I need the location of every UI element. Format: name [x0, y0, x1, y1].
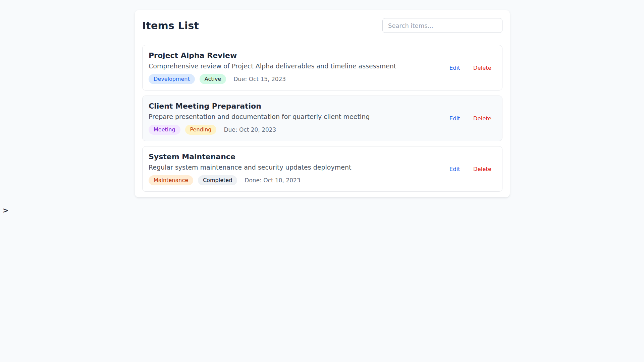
- category-badge: Maintenance: [149, 175, 193, 185]
- delete-button[interactable]: Delete: [473, 115, 491, 122]
- category-badge: Meeting: [149, 125, 180, 135]
- item-card-system-maintenance: System Maintenance Regular system mainte…: [142, 146, 502, 192]
- item-date: Due: Oct 15, 2023: [233, 76, 286, 82]
- edit-button[interactable]: Edit: [449, 166, 460, 172]
- status-badge: Pending: [185, 125, 217, 135]
- item-content: Project Alpha Review Comprehensive revie…: [149, 51, 396, 84]
- item-actions: Edit Delete: [449, 166, 491, 172]
- item-date: Due: Oct 20, 2023: [224, 126, 276, 133]
- edit-button[interactable]: Edit: [449, 65, 460, 71]
- item-description: Prepare presentation and documentation f…: [149, 113, 370, 120]
- item-content: Client Meeting Preparation Prepare prese…: [149, 102, 370, 135]
- item-date: Done: Oct 10, 2023: [245, 177, 300, 184]
- search-input[interactable]: [382, 18, 502, 33]
- item-meta-row: Development Active Due: Oct 15, 2023: [149, 74, 396, 84]
- edit-button[interactable]: Edit: [449, 115, 460, 122]
- page-title: Items List: [142, 20, 199, 32]
- item-actions: Edit Delete: [449, 65, 491, 71]
- item-meta-row: Maintenance Completed Done: Oct 10, 2023: [149, 175, 351, 185]
- panel-header: Items List: [142, 18, 502, 33]
- items-list-panel: Items List Project Alpha Review Comprehe…: [135, 10, 510, 197]
- item-title: System Maintenance: [149, 153, 351, 161]
- category-badge: Development: [149, 74, 195, 84]
- status-badge: Completed: [198, 175, 237, 185]
- items-list: Project Alpha Review Comprehensive revie…: [142, 45, 502, 192]
- item-card-client-meeting-preparation: Client Meeting Preparation Prepare prese…: [142, 96, 502, 141]
- stray-prompt-text: >: [3, 206, 9, 215]
- item-title: Project Alpha Review: [149, 51, 396, 60]
- item-card-project-alpha-review: Project Alpha Review Comprehensive revie…: [142, 45, 502, 90]
- status-badge: Active: [200, 74, 226, 84]
- item-actions: Edit Delete: [449, 115, 491, 122]
- delete-button[interactable]: Delete: [473, 166, 491, 172]
- delete-button[interactable]: Delete: [473, 65, 491, 71]
- item-meta-row: Meeting Pending Due: Oct 20, 2023: [149, 125, 370, 135]
- item-description: Regular system maintenance and security …: [149, 164, 351, 171]
- item-content: System Maintenance Regular system mainte…: [149, 153, 351, 185]
- item-description: Comprehensive review of Project Alpha de…: [149, 62, 396, 70]
- item-title: Client Meeting Preparation: [149, 102, 370, 110]
